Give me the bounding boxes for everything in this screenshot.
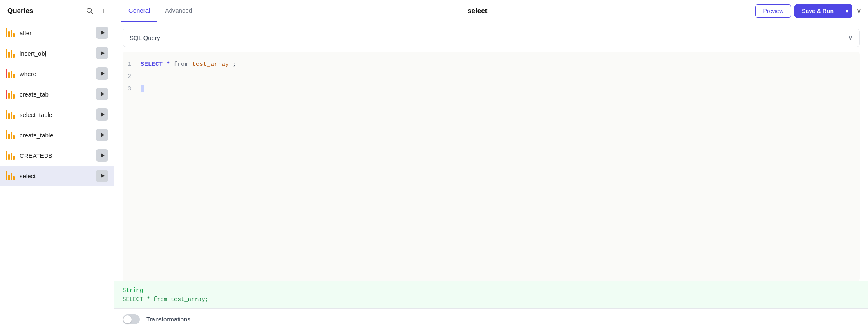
sidebar-item-select[interactable]: select [0, 166, 114, 186]
play-icon [101, 31, 105, 35]
code-content-3 [141, 83, 144, 95]
query-name-insert-obj: insert_obj [20, 50, 91, 57]
sidebar-item-create-table[interactable]: create_table [0, 125, 114, 145]
sidebar-item-where[interactable]: where [0, 63, 114, 84]
code-line-1: 1 SELECT * from test_array ; [128, 58, 855, 71]
svg-line-1 [91, 12, 93, 13]
query-type-label: SQL Query [130, 34, 848, 41]
topbar-chevron-down-button[interactable]: ∨ [857, 7, 861, 15]
chevron-down-icon: ∨ [848, 34, 853, 42]
query-title: select [199, 7, 755, 15]
tab-general[interactable]: General [121, 0, 157, 22]
code-editor[interactable]: 1 SELECT * from test_array ; 2 3 [123, 52, 860, 281]
sidebar-item-createdb[interactable]: CREATEDB [0, 145, 114, 166]
run-button-alter[interactable] [96, 27, 108, 39]
play-icon [101, 51, 105, 55]
query-type-selector[interactable]: SQL Query ∨ [123, 29, 860, 47]
line-number-1: 1 [128, 58, 134, 71]
bar-chart-icon [6, 151, 15, 160]
query-name-createdb: CREATEDB [20, 152, 91, 159]
code-line-3: 3 [128, 83, 855, 95]
preview-section: String SELECT * from test_array; [114, 281, 868, 308]
svg-point-0 [87, 8, 92, 13]
run-button-insert-obj[interactable] [96, 47, 108, 59]
play-icon [101, 92, 105, 96]
query-name-alter: alter [20, 29, 91, 36]
run-button-create-table[interactable] [96, 129, 108, 141]
bar-chart-icon [6, 49, 15, 58]
sidebar-title: Queries [7, 7, 33, 15]
sidebar-item-select-table[interactable]: select_table [0, 104, 114, 125]
query-name-select-table: select_table [20, 111, 91, 118]
preview-sql-value: SELECT * from test_array; [123, 296, 860, 303]
sidebar: Queries + alter insert_obj [0, 0, 114, 330]
toggle-knob [123, 315, 132, 323]
sidebar-icon-group: + [85, 6, 107, 16]
run-button-createdb[interactable] [96, 149, 108, 162]
transformations-bar: Transformations [114, 308, 868, 330]
play-icon [101, 72, 105, 76]
code-line-2: 2 [128, 71, 855, 83]
query-name-create-table: create_table [20, 132, 91, 139]
preview-type-label: String [123, 287, 860, 294]
run-button-where[interactable] [96, 67, 108, 80]
sidebar-item-alter[interactable]: alter [0, 22, 114, 43]
add-query-button[interactable]: + [100, 6, 107, 16]
bar-chart-icon [6, 69, 15, 78]
query-name-create-tab: create_tab [20, 91, 91, 98]
play-icon [101, 112, 105, 117]
save-run-button[interactable]: Save & Run [794, 4, 841, 18]
bar-chart-icon [6, 110, 15, 119]
cursor-block [141, 85, 144, 92]
main-panel: General Advanced select Preview Save & R… [114, 0, 868, 330]
line-number-3: 3 [128, 83, 134, 95]
code-content-2 [141, 71, 144, 83]
transformations-label: Transformations [146, 316, 190, 323]
bar-chart-icon [6, 171, 15, 180]
bar-chart-icon [6, 90, 15, 99]
save-run-group: Save & Run ▾ [794, 4, 852, 18]
topbar: General Advanced select Preview Save & R… [114, 0, 868, 22]
query-name-where: where [20, 70, 91, 77]
search-button[interactable] [85, 6, 94, 16]
sidebar-item-insert-obj[interactable]: insert_obj [0, 43, 114, 63]
play-icon [101, 133, 105, 137]
preview-button[interactable]: Preview [755, 4, 791, 18]
query-name-select: select [20, 173, 91, 180]
bar-chart-icon [6, 28, 15, 37]
line-number-2: 2 [128, 71, 134, 83]
code-section[interactable]: 1 SELECT * from test_array ; 2 3 [123, 52, 860, 281]
bar-chart-icon [6, 130, 15, 139]
play-icon [101, 153, 105, 157]
sidebar-item-create-tab[interactable]: create_tab [0, 84, 114, 104]
save-run-chevron-button[interactable]: ▾ [841, 4, 852, 18]
run-button-select-table[interactable] [96, 108, 108, 121]
tab-advanced[interactable]: Advanced [157, 0, 199, 22]
content-area: SQL Query ∨ 1 SELECT * from test_array ; [114, 22, 868, 330]
run-button-select[interactable] [96, 170, 108, 182]
transformations-toggle[interactable] [123, 314, 140, 324]
sidebar-header: Queries + [0, 0, 114, 22]
play-icon [101, 174, 105, 178]
run-button-create-tab[interactable] [96, 88, 108, 100]
query-list: alter insert_obj where [0, 22, 114, 330]
code-content-1: SELECT * from test_array ; [141, 58, 236, 71]
